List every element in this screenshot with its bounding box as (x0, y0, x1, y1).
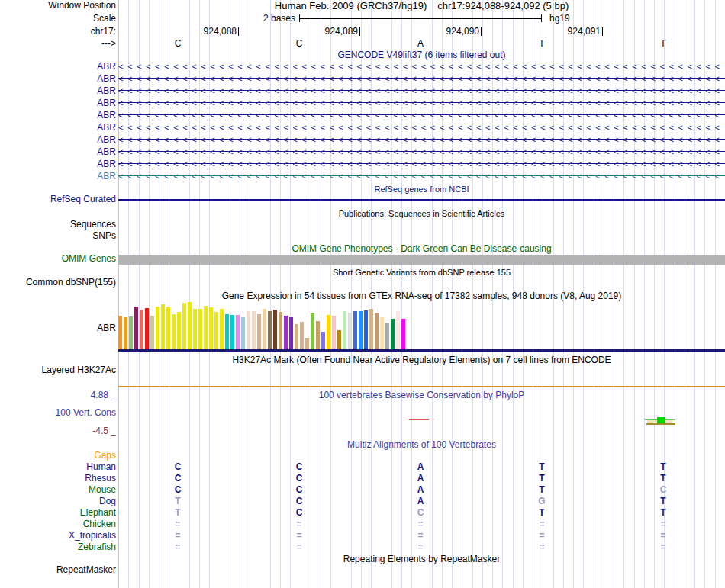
gtex-bar[interactable] (369, 309, 373, 349)
gtex-bar[interactable] (166, 307, 170, 349)
gtex-bar[interactable] (321, 332, 325, 349)
gtex-bar[interactable] (198, 309, 202, 349)
gtex-track-title[interactable]: Gene Expression in 54 tissues from GTEx … (118, 291, 725, 301)
gtex-bar[interactable] (268, 311, 272, 349)
gtex-bar[interactable] (401, 319, 405, 349)
gencode-transcript-exons[interactable]: <<<<<<<<<<<<<<<<<<<<<<<<<<<<<<<<<<<<<<<<… (118, 135, 725, 145)
gencode-transcript-exons[interactable]: <<<<<<<<<<<<<<<<<<<<<<<<<<<<<<<<<<<<<<<<… (118, 111, 725, 120)
gtex-bar[interactable] (359, 311, 362, 349)
gencode-transcript-label[interactable]: ABR (0, 135, 116, 145)
gtex-bar[interactable] (172, 314, 176, 349)
gtex-gene-label[interactable]: ABR (0, 323, 116, 333)
conservation-label[interactable]: 100 Vert. Cons (0, 408, 116, 418)
gtex-bar[interactable] (289, 317, 293, 349)
gtex-bar[interactable] (230, 315, 234, 349)
gtex-bar[interactable] (225, 314, 229, 349)
h3k27ac-track-title[interactable]: H3K27Ac Mark (Often Found Near Active Re… (118, 355, 725, 365)
gencode-transcript-exons[interactable]: <<<<<<<<<<<<<<<<<<<<<<<<<<<<<<<<<<<<<<<<… (118, 159, 725, 169)
multiz-species-label[interactable]: Dog (0, 496, 116, 506)
publications-sequences-label[interactable]: Sequences (0, 220, 116, 230)
omim-track-title[interactable]: OMIM Gene Phenotypes - Dark Green Can Be… (118, 244, 725, 254)
gencode-transcript-exons[interactable]: <<<<<<<<<<<<<<<<<<<<<<<<<<<<<<<<<<<<<<<<… (118, 74, 725, 84)
gtex-bar[interactable] (124, 317, 127, 349)
gtex-bar[interactable] (252, 311, 256, 349)
gtex-bar[interactable] (257, 314, 261, 349)
gtex-bar[interactable] (118, 316, 122, 349)
gtex-bar[interactable] (145, 308, 149, 349)
gtex-bar[interactable] (214, 312, 218, 349)
multiz-gaps-label[interactable]: Gaps (0, 451, 116, 461)
gencode-transcript-label[interactable]: ABR (0, 172, 116, 182)
gencode-transcript-label[interactable]: ABR (0, 98, 116, 108)
gtex-bar[interactable] (263, 309, 266, 349)
gencode-track-title[interactable]: GENCODE V49lift37 (6 items filtered out) (118, 50, 725, 60)
gtex-bar[interactable] (150, 316, 154, 349)
gtex-bar[interactable] (305, 338, 309, 349)
h3k27ac-label[interactable]: Layered H3K27Ac (0, 365, 116, 375)
gencode-transcript-label[interactable]: ABR (0, 159, 116, 169)
multiz-species-label[interactable]: Human (0, 462, 116, 472)
gtex-bar[interactable] (295, 324, 298, 349)
gtex-bar[interactable] (279, 312, 282, 349)
omim-genes-label[interactable]: OMIM Genes (0, 254, 116, 264)
repeatmasker-label[interactable]: RepeatMasker (0, 565, 116, 575)
gencode-transcript-label[interactable]: ABR (0, 62, 116, 72)
gencode-transcript-label[interactable]: ABR (0, 74, 116, 84)
publications-track-title[interactable]: Publications: Sequences in Scientific Ar… (118, 209, 725, 219)
gtex-bar[interactable] (343, 311, 346, 349)
gtex-bar[interactable] (209, 307, 213, 349)
gtex-bar[interactable] (348, 313, 352, 349)
gtex-bar[interactable] (332, 316, 336, 349)
gtex-bar[interactable] (396, 311, 400, 349)
gtex-bar[interactable] (385, 323, 389, 349)
gtex-bar[interactable] (220, 309, 224, 349)
refseq-curated-item[interactable] (118, 199, 725, 201)
gtex-bar[interactable] (311, 313, 314, 349)
gencode-transcript-exons[interactable]: <<<<<<<<<<<<<<<<<<<<<<<<<<<<<<<<<<<<<<<<… (118, 98, 725, 108)
gtex-bar-chart[interactable] (118, 302, 725, 349)
gencode-transcript-label[interactable]: ABR (0, 111, 116, 120)
gtex-bar[interactable] (337, 330, 341, 349)
multiz-species-label[interactable]: Rhesus (0, 474, 116, 484)
gencode-transcript-exons[interactable]: <<<<<<<<<<<<<<<<<<<<<<<<<<<<<<<<<<<<<<<<… (118, 86, 725, 96)
gtex-bar[interactable] (182, 303, 186, 349)
gtex-bar[interactable] (129, 316, 133, 349)
gtex-bar[interactable] (380, 317, 384, 349)
gtex-bar[interactable] (300, 322, 304, 349)
multiz-species-label[interactable]: Mouse (0, 485, 116, 495)
gencode-transcript-exons[interactable]: <<<<<<<<<<<<<<<<<<<<<<<<<<<<<<<<<<<<<<<<… (118, 123, 725, 133)
gtex-bar[interactable] (156, 307, 160, 349)
gencode-transcript-label[interactable]: ABR (0, 86, 116, 96)
publications-snps-label[interactable]: SNPs (0, 231, 116, 241)
gtex-bar[interactable] (161, 304, 165, 349)
gtex-bar[interactable] (177, 312, 181, 349)
gencode-transcript-exons[interactable]: <<<<<<<<<<<<<<<<<<<<<<<<<<<<<<<<<<<<<<<<… (118, 62, 725, 72)
conservation-track-title[interactable]: 100 vertebrates Basewise Conservation by… (118, 390, 725, 400)
gtex-bar[interactable] (188, 302, 192, 349)
gtex-bar[interactable] (140, 310, 143, 349)
refseq-curated-label[interactable]: RefSeq Curated (0, 194, 116, 204)
gencode-transcript-label[interactable]: ABR (0, 147, 116, 157)
gtex-bar[interactable] (364, 310, 368, 349)
gtex-bar[interactable] (204, 306, 208, 349)
dbsnp-label[interactable]: Common dbSNP(155) (0, 278, 116, 288)
gtex-bar[interactable] (236, 315, 240, 349)
gencode-transcript-exons[interactable]: <<<<<<<<<<<<<<<<<<<<<<<<<<<<<<<<<<<<<<<<… (118, 147, 725, 157)
gencode-transcript-label[interactable]: ABR (0, 123, 116, 133)
gtex-bar[interactable] (134, 307, 138, 349)
gtex-bar[interactable] (391, 319, 395, 349)
repeatmasker-track-title[interactable]: Repeating Elements by RepeatMasker (118, 554, 725, 564)
gtex-bar[interactable] (284, 316, 288, 349)
gencode-transcript-exons[interactable]: <<<<<<<<<<<<<<<<<<<<<<<<<<<<<<<<<<<<<<<<… (118, 172, 725, 182)
multiz-species-label[interactable]: X_tropicalis (0, 531, 116, 541)
gtex-bar[interactable] (353, 311, 357, 349)
gtex-bar[interactable] (241, 317, 245, 349)
gtex-bar[interactable] (327, 315, 330, 349)
refseq-track-title[interactable]: RefSeq genes from NCBI (118, 185, 725, 194)
gtex-bar[interactable] (246, 311, 250, 349)
gtex-bar[interactable] (316, 321, 320, 349)
multiz-track-title[interactable]: Multiz Alignments of 100 Vertebrates (118, 440, 725, 450)
gtex-bar[interactable] (193, 309, 197, 349)
multiz-species-label[interactable]: Elephant (0, 508, 116, 518)
dbsnp-track-title[interactable]: Short Genetic Variants from dbSNP releas… (118, 268, 725, 278)
